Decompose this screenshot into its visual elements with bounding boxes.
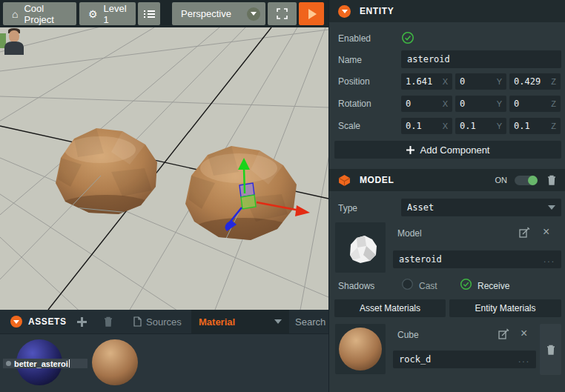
delete-component-icon[interactable] — [547, 175, 556, 185]
axis-x-label: X — [443, 122, 448, 130]
expand-icon — [277, 8, 288, 19]
cast-shadows-checkbox[interactable] — [401, 278, 414, 290]
text-cursor — [69, 359, 70, 368]
home-icon: ⌂ — [12, 9, 18, 19]
name-input[interactable]: asteroid — [401, 50, 561, 68]
plus-icon — [406, 146, 414, 154]
rotation-z-value: 0 — [514, 99, 519, 109]
material-thumbnail[interactable] — [335, 324, 386, 374]
chevron-down-icon — [548, 205, 555, 210]
plus-icon — [77, 317, 87, 327]
model-asset-field[interactable]: asteroid ... — [393, 250, 561, 268]
receive-shadows-checkbox[interactable] — [460, 278, 472, 290]
material-slot-label: Cube — [397, 330, 419, 340]
fullscreen-button[interactable] — [268, 2, 297, 25]
gizmo-plane-handle-green[interactable] — [241, 195, 256, 209]
trash-icon — [104, 316, 113, 327]
asteroid-object-left[interactable] — [56, 128, 157, 222]
hierarchy-list-button[interactable] — [138, 2, 160, 25]
sources-button[interactable]: Sources — [133, 310, 182, 333]
top-toolbar: ⌂ Cool Project ⚙ Level 1 Perspective — [0, 0, 328, 27]
edit-material-icon[interactable] — [498, 328, 509, 339]
axis-x-label: X — [443, 77, 448, 86]
scale-z-value: 0.1 — [514, 121, 530, 131]
asset-filter-value: Material — [199, 316, 235, 328]
scale-y-value: 0.1 — [460, 121, 476, 131]
scale-x-input[interactable]: 0.1X — [401, 118, 452, 134]
receive-label: Receive — [478, 281, 509, 291]
clear-material-icon[interactable]: × — [521, 328, 527, 339]
camera-mode-value: Perspective — [181, 8, 231, 19]
entity-section-title: ENTITY — [360, 6, 394, 16]
edit-asset-icon[interactable] — [519, 227, 530, 238]
enabled-checkbox[interactable] — [401, 31, 414, 44]
position-y-value: 0 — [460, 76, 465, 87]
position-z-input[interactable]: 0.429Z — [509, 73, 561, 90]
model-slot-label: Model — [397, 228, 422, 239]
asset-item-material-rock[interactable] — [92, 339, 138, 385]
material-field[interactable]: rock_d ... — [393, 351, 536, 368]
asset-status-dot-icon — [6, 361, 11, 366]
material-value: rock_d — [399, 354, 431, 365]
scale-x-value: 0.1 — [406, 121, 422, 131]
name-label: Name — [338, 55, 362, 65]
scale-y-input[interactable]: 0.1Y — [455, 118, 506, 134]
add-component-button[interactable]: Add Component — [334, 141, 561, 159]
axis-z-label: Z — [551, 77, 556, 86]
position-x-input[interactable]: 1.641X — [401, 73, 452, 90]
assets-panel-header: ASSETS Sources Material Search — [0, 310, 328, 334]
scene-name: Level 1 — [104, 3, 127, 25]
entity-materials-button[interactable]: Entity Materials — [449, 299, 561, 317]
clear-asset-icon[interactable]: × — [543, 226, 549, 238]
model-enabled-toggle[interactable] — [515, 176, 537, 185]
scene-render — [0, 27, 328, 310]
browse-asset-button[interactable]: ... — [543, 254, 555, 265]
viewport-canvas[interactable] — [0, 27, 328, 310]
collapse-chevron-icon[interactable] — [10, 310, 22, 333]
position-label: Position — [338, 76, 370, 87]
entity-section-header[interactable]: ENTITY — [329, 0, 565, 22]
type-label: Type — [338, 203, 357, 213]
asset-rename-input[interactable]: better_asteroi — [3, 359, 87, 368]
chevron-down-icon — [247, 7, 260, 21]
model-section-header[interactable]: MODEL ON — [329, 169, 565, 191]
asteroid-mesh-preview — [335, 222, 386, 273]
axis-y-label: Y — [497, 99, 502, 108]
gear-icon: ⚙ — [88, 9, 98, 19]
asset-materials-button[interactable]: Asset Materials — [334, 299, 446, 317]
delete-material-column[interactable] — [540, 324, 561, 375]
add-asset-button[interactable] — [77, 310, 87, 333]
delete-asset-button[interactable] — [104, 310, 113, 333]
model-section-title: MODEL — [360, 175, 394, 185]
asset-search-input[interactable]: Search — [295, 310, 326, 333]
collapse-chevron-icon[interactable] — [338, 5, 351, 18]
asset-filter-dropdown[interactable]: Material — [191, 310, 289, 333]
scale-label: Scale — [338, 121, 360, 131]
scene-settings-button[interactable]: ⚙ Level 1 — [79, 2, 136, 25]
model-asset-thumbnail[interactable] — [335, 222, 386, 273]
scale-z-input[interactable]: 0.1Z — [509, 118, 561, 134]
list-icon — [144, 10, 155, 19]
assets-panel: ASSETS Sources Material Search better_as… — [0, 310, 328, 392]
launch-play-button[interactable] — [299, 2, 324, 25]
play-icon — [308, 9, 317, 19]
position-y-input[interactable]: 0Y — [455, 73, 506, 90]
document-icon — [133, 316, 142, 327]
trash-icon — [546, 345, 555, 355]
camera-mode-dropdown[interactable]: Perspective — [172, 2, 265, 25]
type-dropdown[interactable]: Asset — [401, 199, 561, 216]
rotation-x-value: 0 — [406, 99, 411, 109]
axis-y-label: Y — [497, 77, 502, 86]
rotation-x-input[interactable]: 0X — [401, 96, 452, 112]
project-button[interactable]: ⌂ Cool Project — [3, 2, 76, 25]
axis-z-label: Z — [551, 99, 556, 108]
axis-y-label: Y — [497, 122, 502, 130]
enabled-label: Enabled — [338, 33, 371, 44]
entity-materials-label: Entity Materials — [475, 303, 535, 313]
rotation-z-input[interactable]: 0Z — [509, 96, 561, 112]
rotation-y-input[interactable]: 0Y — [455, 96, 506, 112]
sources-label: Sources — [146, 316, 182, 328]
model-asset-value: asteroid — [399, 254, 442, 265]
axis-z-label: Z — [551, 122, 556, 130]
browse-material-button[interactable]: ... — [518, 354, 530, 365]
